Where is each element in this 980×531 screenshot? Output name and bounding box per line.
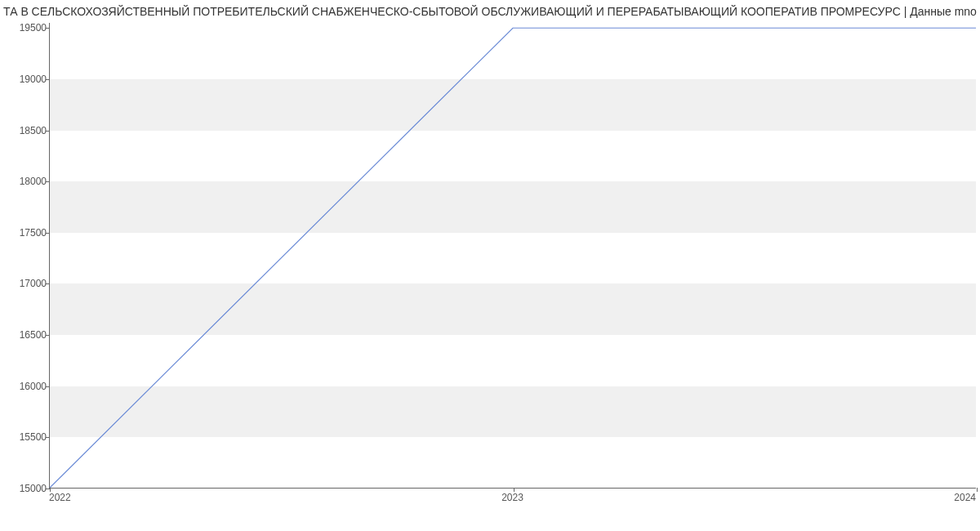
y-tick-label: 15000 [20,483,47,494]
plot-area [49,23,976,489]
y-tick-label: 19000 [20,74,47,85]
y-tick-label: 19500 [20,22,47,33]
x-tick-mark [977,488,978,492]
x-tick-label: 2024 [954,492,976,503]
y-tick-label: 16500 [20,329,47,341]
chart-container: ТА В СЕЛЬСКОХОЗЯЙСТВЕННЫЙ ПОТРЕБИТЕЛЬСКИ… [0,0,980,531]
y-tick-label: 18000 [20,176,47,187]
y-tick-label: 17000 [20,278,47,289]
x-tick-label: 2022 [49,492,71,503]
y-tick-label: 15500 [20,431,47,443]
y-tick-label: 16000 [20,381,47,392]
line-series [50,23,976,488]
chart-title: ТА В СЕЛЬСКОХОЗЯЙСТВЕННЫЙ ПОТРЕБИТЕЛЬСКИ… [0,5,980,18]
y-tick-label: 18500 [20,125,47,136]
y-tick-label: 17500 [20,227,47,239]
x-tick-label: 2023 [501,492,523,503]
